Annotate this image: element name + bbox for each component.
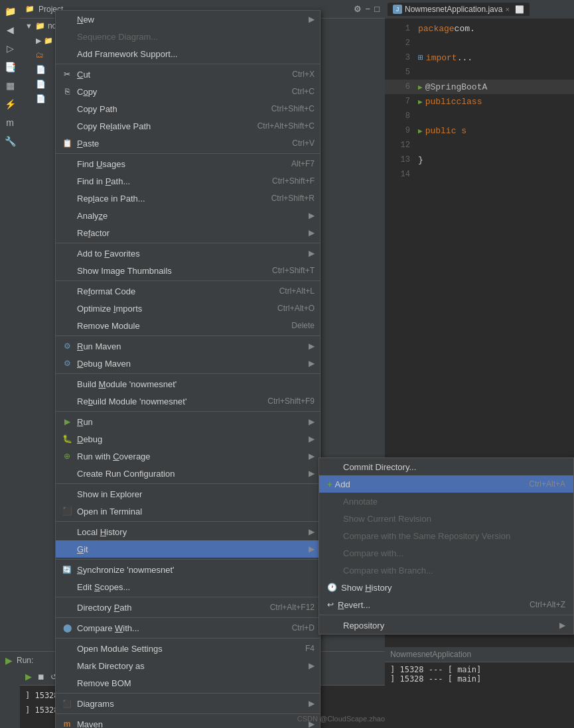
menu-item-framework[interactable]: Add Framework Support...: [56, 45, 320, 62]
submenu-item-repository[interactable]: Repository ▶: [319, 617, 573, 634]
code-line-12: 12: [385, 138, 574, 152]
menu-item-synchronize[interactable]: 🔄 Synchronize 'nowmesnet': [56, 561, 320, 578]
compare-with-icon: ⬤: [61, 622, 73, 634]
compare-with-shortcut: Ctrl+D: [292, 623, 315, 633]
analyze-arrow: ▶: [309, 211, 315, 220]
sidebar-icon-project[interactable]: 📁: [1, 3, 19, 20]
submenu-item-commit-dir[interactable]: Commit Directory...: [319, 458, 573, 475]
submenu-item-show-revision[interactable]: Show Current Revision: [319, 510, 573, 527]
sidebar-icon-3[interactable]: 📑: [1, 58, 19, 76]
favorites-arrow: ▶: [309, 249, 315, 258]
git-arrow: ▶: [309, 544, 315, 554]
settings-icon[interactable]: ⚙: [354, 4, 362, 14]
menu-item-diagrams[interactable]: ⬛ Diagrams ▶: [56, 695, 320, 712]
dir-path-icon: [61, 601, 73, 613]
tab-close-button[interactable]: ×: [505, 5, 509, 13]
menu-item-open-module-settings[interactable]: Open Module Settings F4: [56, 640, 320, 657]
active-editor-tab[interactable]: J NowmesnetApplication.java × ⬜: [388, 3, 530, 16]
edit-scopes-icon: [61, 581, 73, 593]
editor-run-line-2: ] 15328 --- [ main]: [390, 674, 569, 684]
menu-item-reformat[interactable]: Reformat Code Ctrl+Alt+L: [56, 282, 320, 300]
tree-expand-icon: ▼: [25, 22, 33, 30]
gutter-run-icon-3[interactable]: ▶: [418, 127, 423, 135]
sync-label: Synchronize 'nowmesnet': [77, 565, 315, 575]
optimize-shortcut: Ctrl+Alt+O: [277, 304, 315, 313]
collapse-icon[interactable]: −: [366, 4, 371, 14]
compare-with-label: Compare With...: [77, 623, 279, 633]
menu-item-dir-path[interactable]: Directory Path Ctrl+Alt+F12: [56, 599, 320, 616]
menu-item-sequence[interactable]: Sequence Diagram...: [56, 28, 320, 45]
tab-split-icon[interactable]: ⬜: [515, 5, 524, 14]
sep-2: [56, 153, 320, 154]
import-expand[interactable]: ⊞: [418, 52, 423, 63]
git-icon: [61, 543, 73, 555]
menu-item-find-path[interactable]: Find in Path... Ctrl+Shift+F: [56, 172, 320, 190]
submenu-item-annotate[interactable]: Annotate: [319, 493, 573, 510]
menu-item-rebuild[interactable]: Rebuild Module 'nowmesnet' Ctrl+Shift+F9: [56, 393, 320, 410]
sep-5: [56, 335, 320, 336]
menu-item-refactor[interactable]: Refactor ▶: [56, 224, 320, 241]
sep-3: [56, 243, 320, 243]
menu-item-remove-bom[interactable]: Remove BOM: [56, 674, 320, 692]
open-module-settings-shortcut: F4: [305, 644, 315, 653]
menu-item-create-run-config[interactable]: Create Run Configuration ▶: [56, 465, 320, 482]
thumbnails-label: Show Image Thumbnails: [77, 266, 259, 276]
menu-item-compare-with[interactable]: ⬤ Compare With... Ctrl+D: [56, 619, 320, 637]
open-terminal-label: Open in Terminal: [77, 507, 315, 516]
left-sidebar: 📁 ◀ ▷ 📑 ▦ ⚡ m 🔧: [0, 0, 20, 728]
debug-maven-label: Debug Maven: [77, 359, 309, 369]
menu-item-open-terminal[interactable]: ⬛ Open in Terminal: [56, 503, 320, 520]
submenu-item-add[interactable]: + Add Ctrl+Alt+A: [319, 475, 573, 493]
editor-tabs: J NowmesnetApplication.java × ⬜: [385, 0, 574, 19]
sidebar-icon-4[interactable]: ▦: [1, 77, 19, 94]
menu-item-remove-module[interactable]: Remove Module Delete: [56, 317, 320, 334]
menu-item-edit-scopes[interactable]: Edit Scopes...: [56, 578, 320, 595]
menu-item-copy[interactable]: ⎘ Copy Ctrl+C: [56, 83, 320, 100]
build-module-label: Build Module 'nowmesnet': [77, 379, 315, 389]
sidebar-icon-2[interactable]: ▷: [1, 40, 19, 57]
submenu-item-show-history[interactable]: 🕐 Show History: [319, 579, 573, 596]
menu-item-maven[interactable]: m Maven ▶: [56, 715, 320, 728]
menu-item-find-usages[interactable]: Find Usages Alt+F7: [56, 155, 320, 172]
sep-12: [56, 617, 320, 618]
menu-item-paste[interactable]: 📋 Paste Ctrl+V: [56, 135, 320, 152]
gutter-run-icon[interactable]: ▶: [418, 83, 423, 91]
menu-item-debug-maven[interactable]: ⚙ Debug Maven ▶: [56, 355, 320, 372]
gutter-run-icon-2[interactable]: ▶: [418, 97, 423, 106]
menu-item-replace-path[interactable]: Replace in Path... Ctrl+Shift+R: [56, 190, 320, 207]
sidebar-icon-1[interactable]: ◀: [1, 21, 19, 38]
sep-1: [56, 64, 320, 64]
sidebar-icon-5[interactable]: ⚡: [1, 95, 19, 113]
menu-item-git[interactable]: Git ▶: [56, 540, 320, 558]
sidebar-icon-7[interactable]: 🔧: [1, 133, 19, 150]
menu-item-build-module[interactable]: Build Module 'nowmesnet': [56, 375, 320, 393]
menu-item-run[interactable]: ▶ Run ▶: [56, 413, 320, 430]
menu-item-run-coverage[interactable]: ⊕ Run with Coverage ▶: [56, 448, 320, 465]
submenu-item-compare-branch[interactable]: Compare with Branch...: [319, 562, 573, 579]
menu-item-favorites[interactable]: Add to Favorites ▶: [56, 245, 320, 262]
menu-item-new[interactable]: New ▶: [56, 11, 320, 28]
watermark: CSDN @CloudScape.zhao: [297, 715, 385, 723]
submenu-item-compare-with-git[interactable]: Compare with...: [319, 544, 573, 562]
stop-icon[interactable]: ⏹: [37, 672, 45, 682]
submenu-item-revert[interactable]: ↩ Revert... Ctrl+Alt+Z: [319, 596, 573, 613]
menu-item-local-history[interactable]: Local History ▶: [56, 523, 320, 540]
commit-dir-icon: [327, 461, 339, 473]
sep-8: [56, 483, 320, 484]
menu-item-copy-path[interactable]: Copy Path Ctrl+Shift+C: [56, 100, 320, 117]
menu-item-show-explorer[interactable]: Show in Explorer: [56, 485, 320, 503]
menu-item-copy-rel[interactable]: Copy Relative Path Ctrl+Alt+Shift+C: [56, 117, 320, 135]
menu-item-run-maven[interactable]: ⚙ Run Maven ▶: [56, 337, 320, 355]
menu-item-analyze[interactable]: Analyze ▶: [56, 207, 320, 224]
menu-item-optimize[interactable]: Optimize Imports Ctrl+Alt+O: [56, 300, 320, 317]
play-icon[interactable]: ▶: [25, 672, 32, 682]
menu-item-debug[interactable]: 🐛 Debug ▶: [56, 430, 320, 448]
submenu-item-compare-same[interactable]: Compare with the Same Repository Version: [319, 527, 573, 544]
menu-item-thumbnails[interactable]: Show Image Thumbnails Ctrl+Shift+T: [56, 262, 320, 279]
find-path-icon: [61, 175, 73, 187]
diagrams-arrow: ▶: [309, 699, 315, 708]
sidebar-icon-6[interactable]: m: [1, 114, 19, 131]
menu-item-cut[interactable]: ✂ Cut Ctrl+X: [56, 66, 320, 83]
menu-item-mark-directory[interactable]: Mark Directory as ▶: [56, 657, 320, 674]
maximize-icon[interactable]: □: [374, 4, 380, 14]
